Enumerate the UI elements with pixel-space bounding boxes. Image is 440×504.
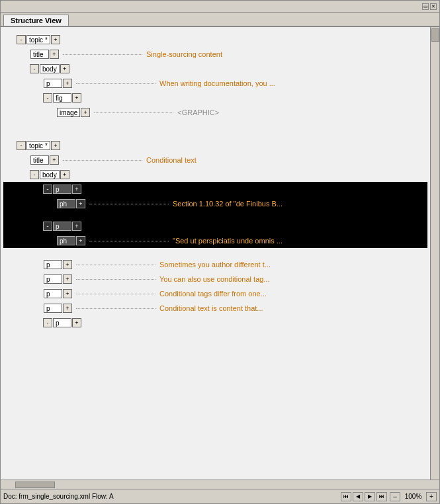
fig1-label: fig [53, 93, 71, 103]
title2-row[interactable]: title + Conditional text [3, 153, 427, 167]
close-btn[interactable]: ✕ [430, 3, 437, 10]
p3-content: Sometimes you author different t... [159, 261, 271, 269]
p3-dots [76, 265, 155, 265]
nav-controls: ⏮ ◀ ▶ ⏭ [341, 492, 387, 501]
topic1-label: topic * [26, 35, 50, 44]
fig1-row[interactable]: - fig + [3, 91, 427, 105]
topic1-collapse-btn[interactable]: - [17, 35, 26, 44]
p3-add-btn[interactable]: + [63, 260, 72, 269]
topic1-add-btn[interactable]: + [51, 35, 60, 44]
scrollbar-h[interactable] [1, 480, 439, 489]
status-bar: Doc: frm_single_sourcing.xml Flow: A ⏮ ◀… [1, 489, 439, 503]
topic2-add-btn[interactable]: + [51, 141, 60, 150]
image1-dots [94, 112, 173, 113]
p6-label: p [44, 304, 62, 313]
p2-selected-row[interactable]: - p + [3, 219, 427, 233]
topic1-row[interactable]: - topic * + [3, 32, 427, 47]
zoom-value: 100% [402, 493, 425, 500]
body2-label: body [40, 170, 60, 179]
title1-row[interactable]: title + Single-sourcing content [3, 47, 427, 62]
topic2-label: topic * [26, 141, 50, 150]
scrollbar-h-thumb[interactable] [15, 482, 55, 488]
p-sel-add-btn[interactable]: + [72, 185, 81, 194]
image1-content: <GRAPHIC> [177, 108, 219, 116]
spacer1 [3, 120, 427, 129]
ph1-content: Section 1.10.32 of "de Finibus B... [173, 200, 283, 208]
nav-first-btn[interactable]: ⏮ [341, 492, 351, 501]
body2-row[interactable]: - body + [3, 167, 427, 182]
p6-add-btn[interactable]: + [63, 304, 72, 313]
ph1-label: ph [57, 199, 75, 208]
p2-sel-collapse-btn[interactable]: - [43, 222, 52, 231]
status-doc: Doc: frm_single_sourcing.xml Flow: A [3, 493, 338, 500]
p1-add-btn[interactable]: + [63, 79, 72, 88]
tree-container: - topic * + title + Single-sourcing cont… [3, 32, 427, 337]
title1-label: title [30, 50, 49, 59]
ph2-dots [89, 241, 169, 241]
body1-row[interactable]: - body + [3, 62, 427, 76]
p6-content: Conditional text is content that... [159, 304, 263, 312]
p5-add-btn[interactable]: + [63, 289, 72, 298]
p5-row[interactable]: p + Conditional tags differ from one... [3, 286, 427, 301]
nav-next-btn[interactable]: ▶ [365, 492, 375, 501]
p-selected-row[interactable]: - p + [3, 182, 427, 196]
p7-collapse-btn[interactable]: - [43, 318, 52, 327]
scrollbar-right[interactable] [430, 27, 439, 480]
spacer2 [3, 129, 427, 138]
p2-sel-label: p [53, 222, 71, 231]
spacer3 [3, 248, 427, 257]
p4-label: p [44, 274, 62, 284]
p2-sel-add-btn[interactable]: + [72, 222, 81, 231]
ph1-add-btn[interactable]: + [76, 199, 85, 208]
body2-collapse-btn[interactable]: - [30, 170, 39, 179]
image1-label: image [57, 108, 80, 117]
p1-row[interactable]: p + When writing documentation, you ... [3, 76, 427, 91]
zoom-plus-btn[interactable]: + [426, 492, 437, 501]
selected-spacer [3, 211, 427, 219]
p5-dots [76, 294, 155, 294]
ph1-row[interactable]: ph + Section 1.10.32 of "de Finibus B... [3, 196, 427, 211]
p7-row[interactable]: - p + [3, 315, 427, 330]
p1-label: p [44, 79, 62, 88]
ph2-content: "Sed ut perspiciatis unde omnis ... [173, 237, 283, 245]
p3-row[interactable]: p + Sometimes you author different t... [3, 257, 427, 272]
p7-add-btn[interactable]: + [72, 318, 81, 327]
zoom-minus-btn[interactable]: – [390, 492, 400, 501]
topic2-collapse-btn[interactable]: - [17, 141, 26, 150]
nav-last-btn[interactable]: ⏭ [376, 492, 387, 501]
scrollbar-thumb[interactable] [431, 28, 439, 42]
p4-content: You can also use conditional tag... [159, 275, 270, 283]
p1-dots [76, 83, 155, 84]
p4-add-btn[interactable]: + [63, 274, 72, 284]
ph2-label: ph [57, 236, 75, 245]
title2-content: Conditional text [146, 156, 197, 164]
main-panel[interactable]: - topic * + title + Single-sourcing cont… [1, 27, 430, 480]
image1-row[interactable]: image + <GRAPHIC> [3, 105, 427, 120]
body2-add-btn[interactable]: + [60, 170, 69, 179]
title2-dots [63, 160, 142, 161]
body1-label: body [40, 64, 60, 73]
content-area: - topic * + title + Single-sourcing cont… [1, 27, 439, 480]
body1-add-btn[interactable]: + [60, 64, 69, 73]
title2-add-btn[interactable]: + [50, 155, 59, 165]
restore-btn[interactable]: ▭ [422, 3, 429, 10]
fig1-add-btn[interactable]: + [72, 93, 81, 103]
main-window: ▭ ✕ Structure View - topic * + title + [0, 0, 440, 504]
topic2-row[interactable]: - topic * + [3, 138, 427, 153]
ph2-add-btn[interactable]: + [76, 236, 85, 245]
title1-add-btn[interactable]: + [50, 50, 59, 59]
p4-row[interactable]: p + You can also use conditional tag... [3, 272, 427, 286]
body1-collapse-btn[interactable]: - [30, 64, 39, 73]
title-bar: ▭ ✕ [1, 1, 439, 13]
p7-label: p [53, 318, 71, 327]
nav-prev-btn[interactable]: ◀ [353, 492, 363, 501]
p-sel-collapse-btn[interactable]: - [43, 185, 52, 194]
ph1-dots [89, 204, 169, 204]
p6-row[interactable]: p + Conditional text is content that... [3, 301, 427, 315]
zoom-controls: – 100% + [390, 492, 437, 501]
fig1-collapse-btn[interactable]: - [43, 93, 52, 103]
image1-add-btn[interactable]: + [81, 108, 90, 117]
p5-content: Conditional tags differ from one... [159, 290, 267, 298]
ph2-row[interactable]: ph + "Sed ut perspiciatis unde omnis ... [3, 233, 427, 248]
structure-view-tab[interactable]: Structure View [3, 15, 69, 26]
